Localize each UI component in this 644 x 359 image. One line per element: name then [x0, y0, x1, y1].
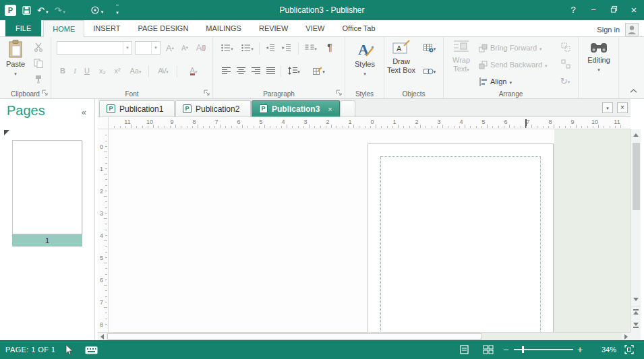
arrow-down-icon: [633, 323, 639, 326]
tab-bar-menu-button[interactable]: [602, 102, 613, 113]
italic-button[interactable]: I: [69, 64, 80, 77]
font-color-button[interactable]: A: [183, 64, 204, 77]
bullets-button[interactable]: [218, 41, 236, 55]
font-size-combobox[interactable]: ▾: [135, 41, 160, 55]
scroll-down-button[interactable]: [631, 295, 641, 303]
horizontal-scroll-thumb[interactable]: [107, 333, 482, 339]
shrink-font-button[interactable]: A▾: [178, 41, 192, 55]
document-tab-publication3[interactable]: P Publication3 ×: [252, 100, 340, 117]
tab-page-design[interactable]: PAGE DESIGN: [129, 20, 197, 36]
minimize-button[interactable]: −: [583, 0, 604, 20]
paste-button[interactable]: Paste: [3, 40, 28, 77]
numbering-button[interactable]: [239, 41, 256, 55]
help-button[interactable]: ?: [563, 0, 583, 20]
editing-button[interactable]: Editing: [579, 41, 619, 73]
document-tab-publication2[interactable]: P Publication2: [175, 100, 251, 117]
ribbon: Paste Clipboard ▾ ▾ A▴ A▾ A B I U x₂ x² …: [0, 36, 644, 99]
tab-review[interactable]: REVIEW: [250, 20, 297, 36]
draw-text-box-button[interactable]: A Draw Text Box: [386, 40, 417, 75]
font-name-dropdown-icon[interactable]: ▾: [123, 42, 131, 54]
tab-insert[interactable]: INSERT: [84, 20, 129, 36]
tab-mailings[interactable]: MAILINGS: [197, 20, 250, 36]
previous-page-button[interactable]: [631, 306, 641, 317]
fit-page-button[interactable]: [624, 345, 634, 354]
horizontal-scrollbar[interactable]: [98, 332, 631, 340]
paragraph-dialog-launcher[interactable]: [336, 90, 343, 96]
sign-in-link[interactable]: Sign in: [597, 26, 620, 34]
copy-button[interactable]: [31, 57, 46, 70]
columns-button[interactable]: [302, 41, 320, 55]
superscript-button[interactable]: x²: [111, 64, 124, 77]
font-dialog-launcher[interactable]: [204, 90, 210, 96]
horizontal-ruler[interactable]: 111098765432101234567891011: [109, 117, 631, 129]
special-characters-button[interactable]: ¶: [324, 40, 336, 54]
bring-forward-button[interactable]: Bring Forward: [479, 42, 542, 54]
borders-button[interactable]: [309, 64, 329, 77]
single-page-view-button[interactable]: [460, 345, 469, 354]
vertical-scrollbar[interactable]: [631, 129, 641, 332]
two-page-view-button[interactable]: [483, 345, 494, 354]
scroll-left-button[interactable]: [98, 333, 107, 340]
styles-button[interactable]: A Styles: [345, 40, 384, 77]
tab-bar-close-button[interactable]: ×: [617, 102, 628, 113]
line-spacing-button[interactable]: [285, 64, 303, 77]
zoom-percentage[interactable]: 34%: [592, 340, 616, 359]
font-size-dropdown-icon[interactable]: ▾: [151, 42, 160, 54]
tab-file[interactable]: FILE: [5, 20, 41, 36]
document-tab-publication1[interactable]: P Publication1: [99, 100, 175, 117]
zoom-slider-thumb[interactable]: [522, 346, 524, 353]
align-center-button[interactable]: [233, 64, 248, 77]
font-name-combobox[interactable]: ▾: [57, 41, 132, 55]
decrease-indent-button[interactable]: [263, 41, 278, 55]
clipboard-dialog-launcher[interactable]: [42, 90, 49, 96]
send-backward-button[interactable]: Send Backward: [479, 59, 548, 71]
new-document-tab-stub[interactable]: [341, 100, 355, 117]
wrap-text-button[interactable]: Wrap Text: [446, 40, 476, 73]
group-objects: A Draw Text Box Objects: [384, 37, 444, 98]
format-painter-button[interactable]: [31, 73, 46, 86]
next-page-button[interactable]: [631, 319, 641, 331]
keyboard-icon[interactable]: [85, 346, 98, 354]
close-button[interactable]: ×: [624, 0, 644, 20]
vertical-ruler[interactable]: 012345678: [98, 129, 109, 332]
scroll-up-button[interactable]: [631, 131, 641, 139]
change-case-button[interactable]: Aa: [127, 64, 144, 77]
tab-office-tab[interactable]: Office Tab: [333, 20, 384, 36]
zoom-in-button[interactable]: +: [577, 340, 583, 359]
collapse-pages-panel-button[interactable]: «: [82, 107, 86, 117]
page-thumbnail[interactable]: 1: [12, 140, 82, 247]
zoom-slider[interactable]: [514, 349, 573, 350]
page-thumbnail-preview[interactable]: [12, 140, 82, 234]
shapes-button[interactable]: [419, 64, 440, 77]
underline-button[interactable]: U: [81, 64, 93, 77]
align-left-icon: [222, 67, 231, 75]
avatar-icon[interactable]: [625, 23, 639, 36]
bold-button[interactable]: B: [57, 64, 69, 77]
page-indicator[interactable]: PAGE: 1 OF 1: [5, 340, 55, 359]
canvas[interactable]: [109, 129, 631, 332]
justify-button[interactable]: [263, 64, 278, 77]
subscript-button[interactable]: x₂: [96, 64, 109, 77]
restore-button[interactable]: [604, 0, 624, 20]
align-right-button[interactable]: [248, 64, 263, 77]
publication-page[interactable]: [368, 143, 554, 332]
scroll-right-button[interactable]: [622, 333, 631, 340]
align-left-button[interactable]: [218, 64, 233, 77]
ungroup-button[interactable]: [558, 57, 573, 71]
close-tab-icon[interactable]: ×: [328, 105, 332, 113]
increase-indent-button[interactable]: [279, 41, 294, 55]
clear-formatting-button[interactable]: A: [194, 41, 208, 55]
collapse-ribbon-button[interactable]: [630, 86, 637, 94]
zoom-out-button[interactable]: −: [503, 340, 508, 359]
tab-view[interactable]: VIEW: [297, 20, 333, 36]
rotate-button[interactable]: ↻: [556, 74, 575, 88]
vertical-scroll-thumb[interactable]: [633, 143, 640, 210]
tab-home[interactable]: HOME: [43, 20, 84, 37]
cut-button[interactable]: [31, 40, 46, 54]
align-button[interactable]: Align: [479, 75, 512, 88]
grow-font-button[interactable]: A▴: [163, 41, 177, 55]
group-objects-button[interactable]: [558, 40, 573, 54]
page-thumbnail-number[interactable]: 1: [12, 234, 82, 247]
insert-table-button[interactable]: [419, 41, 440, 55]
character-spacing-button[interactable]: AV: [154, 64, 173, 77]
